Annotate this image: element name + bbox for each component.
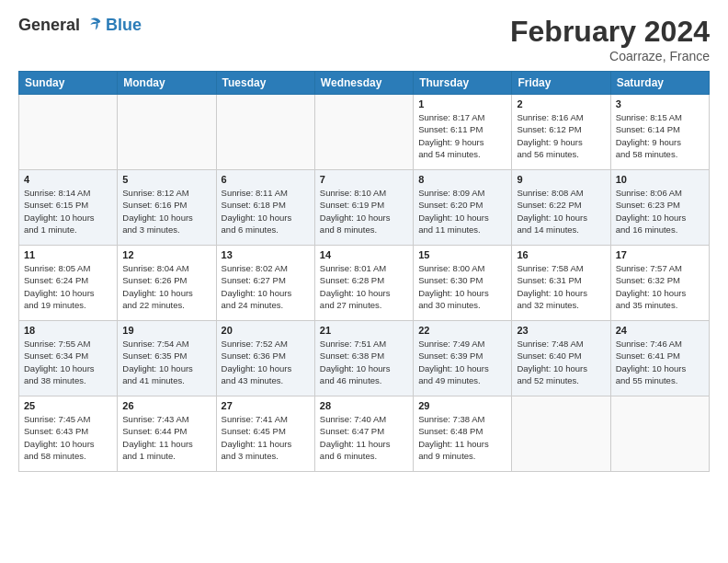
day-info: Sunrise: 8:12 AM Sunset: 6:16 PM Dayligh… [122, 187, 210, 236]
table-row [19, 95, 118, 170]
table-row [118, 95, 216, 170]
day-info: Sunrise: 7:48 AM Sunset: 6:40 PM Dayligh… [517, 338, 605, 386]
table-row: 15Sunrise: 8:00 AM Sunset: 6:30 PM Dayli… [414, 246, 512, 321]
table-row: 22Sunrise: 7:49 AM Sunset: 6:39 PM Dayli… [414, 321, 512, 396]
calendar-week-3: 11Sunrise: 8:05 AM Sunset: 6:24 PM Dayli… [19, 246, 710, 321]
table-row: 25Sunrise: 7:45 AM Sunset: 6:43 PM Dayli… [19, 396, 118, 472]
table-row: 11Sunrise: 8:05 AM Sunset: 6:24 PM Dayli… [19, 246, 118, 321]
header: General Blue February 2024 Coarraze, Fra… [18, 15, 710, 63]
calendar-title: February 2024 [510, 15, 710, 49]
day-info: Sunrise: 8:00 AM Sunset: 6:30 PM Dayligh… [418, 262, 506, 311]
day-info: Sunrise: 8:02 AM Sunset: 6:27 PM Dayligh… [222, 262, 310, 311]
day-number: 22 [418, 325, 506, 336]
table-row: 1Sunrise: 8:17 AM Sunset: 6:11 PM Daylig… [414, 95, 512, 170]
table-row: 12Sunrise: 8:04 AM Sunset: 6:26 PM Dayli… [118, 246, 216, 321]
calendar-week-1: 1Sunrise: 8:17 AM Sunset: 6:11 PM Daylig… [19, 95, 710, 170]
calendar-week-5: 25Sunrise: 7:45 AM Sunset: 6:43 PM Dayli… [19, 396, 710, 472]
day-number: 6 [222, 174, 310, 185]
col-monday: Monday [118, 72, 216, 95]
day-number: 24 [616, 325, 704, 336]
day-info: Sunrise: 8:09 AM Sunset: 6:20 PM Dayligh… [418, 187, 506, 236]
table-row: 24Sunrise: 7:46 AM Sunset: 6:41 PM Dayli… [610, 321, 709, 396]
day-number: 27 [222, 400, 310, 411]
table-row: 2Sunrise: 8:16 AM Sunset: 6:12 PM Daylig… [512, 95, 610, 170]
page: General Blue February 2024 Coarraze, Fra… [0, 0, 728, 563]
col-tuesday: Tuesday [216, 72, 314, 95]
table-row: 23Sunrise: 7:48 AM Sunset: 6:40 PM Dayli… [512, 321, 610, 396]
day-info: Sunrise: 7:51 AM Sunset: 6:38 PM Dayligh… [320, 338, 408, 386]
table-row [216, 95, 314, 170]
table-row: 5Sunrise: 8:12 AM Sunset: 6:16 PM Daylig… [118, 170, 216, 246]
day-info: Sunrise: 7:55 AM Sunset: 6:34 PM Dayligh… [24, 338, 112, 386]
table-row: 27Sunrise: 7:41 AM Sunset: 6:45 PM Dayli… [216, 396, 314, 472]
day-number: 20 [222, 325, 310, 336]
col-sunday: Sunday [19, 72, 118, 95]
logo-general-text: General [18, 16, 80, 35]
table-row: 20Sunrise: 7:52 AM Sunset: 6:36 PM Dayli… [216, 321, 314, 396]
table-row: 8Sunrise: 8:09 AM Sunset: 6:20 PM Daylig… [414, 170, 512, 246]
day-number: 15 [418, 249, 506, 260]
day-info: Sunrise: 8:15 AM Sunset: 6:14 PM Dayligh… [616, 111, 704, 160]
day-info: Sunrise: 7:40 AM Sunset: 6:47 PM Dayligh… [320, 413, 408, 462]
day-number: 23 [517, 325, 605, 336]
day-number: 5 [122, 174, 210, 185]
table-row: 21Sunrise: 7:51 AM Sunset: 6:38 PM Dayli… [314, 321, 413, 396]
col-friday: Friday [512, 72, 610, 95]
calendar-week-2: 4Sunrise: 8:14 AM Sunset: 6:15 PM Daylig… [19, 170, 710, 246]
table-row: 16Sunrise: 7:58 AM Sunset: 6:31 PM Dayli… [512, 246, 610, 321]
day-number: 1 [418, 98, 506, 109]
day-info: Sunrise: 7:43 AM Sunset: 6:44 PM Dayligh… [122, 413, 210, 462]
day-number: 25 [24, 400, 112, 411]
calendar-table: Sunday Monday Tuesday Wednesday Thursday… [18, 71, 710, 472]
day-info: Sunrise: 8:01 AM Sunset: 6:28 PM Dayligh… [320, 262, 408, 311]
day-info: Sunrise: 8:10 AM Sunset: 6:19 PM Dayligh… [320, 187, 408, 236]
day-number: 14 [320, 249, 408, 260]
col-saturday: Saturday [610, 72, 709, 95]
logo: General Blue [18, 15, 142, 35]
day-info: Sunrise: 7:49 AM Sunset: 6:39 PM Dayligh… [418, 338, 506, 386]
day-number: 8 [418, 174, 506, 185]
table-row: 4Sunrise: 8:14 AM Sunset: 6:15 PM Daylig… [19, 170, 118, 246]
calendar-header-row: Sunday Monday Tuesday Wednesday Thursday… [19, 72, 710, 95]
table-row: 19Sunrise: 7:54 AM Sunset: 6:35 PM Dayli… [118, 321, 216, 396]
logo-text: General Blue [18, 15, 142, 35]
day-info: Sunrise: 8:08 AM Sunset: 6:22 PM Dayligh… [517, 187, 605, 236]
col-thursday: Thursday [414, 72, 512, 95]
day-number: 29 [418, 400, 506, 411]
day-number: 16 [517, 249, 605, 260]
day-info: Sunrise: 7:58 AM Sunset: 6:31 PM Dayligh… [517, 262, 605, 311]
table-row [314, 95, 413, 170]
day-info: Sunrise: 8:17 AM Sunset: 6:11 PM Dayligh… [418, 111, 506, 160]
day-info: Sunrise: 7:41 AM Sunset: 6:45 PM Dayligh… [222, 413, 310, 462]
day-number: 3 [616, 98, 704, 109]
col-wednesday: Wednesday [314, 72, 413, 95]
title-block: February 2024 Coarraze, France [510, 15, 710, 63]
table-row: 28Sunrise: 7:40 AM Sunset: 6:47 PM Dayli… [314, 396, 413, 472]
day-number: 18 [24, 325, 112, 336]
table-row: 6Sunrise: 8:11 AM Sunset: 6:18 PM Daylig… [216, 170, 314, 246]
day-number: 28 [320, 400, 408, 411]
table-row: 17Sunrise: 7:57 AM Sunset: 6:32 PM Dayli… [610, 246, 709, 321]
day-number: 10 [616, 174, 704, 185]
table-row [610, 396, 709, 472]
day-info: Sunrise: 8:11 AM Sunset: 6:18 PM Dayligh… [222, 187, 310, 236]
day-number: 13 [222, 249, 310, 260]
table-row: 13Sunrise: 8:02 AM Sunset: 6:27 PM Dayli… [216, 246, 314, 321]
table-row: 18Sunrise: 7:55 AM Sunset: 6:34 PM Dayli… [19, 321, 118, 396]
day-number: 2 [517, 98, 605, 109]
day-info: Sunrise: 7:54 AM Sunset: 6:35 PM Dayligh… [122, 338, 210, 386]
day-number: 4 [24, 174, 112, 185]
day-info: Sunrise: 7:57 AM Sunset: 6:32 PM Dayligh… [616, 262, 704, 311]
day-number: 9 [517, 174, 605, 185]
table-row: 26Sunrise: 7:43 AM Sunset: 6:44 PM Dayli… [118, 396, 216, 472]
table-row: 9Sunrise: 8:08 AM Sunset: 6:22 PM Daylig… [512, 170, 610, 246]
table-row: 7Sunrise: 8:10 AM Sunset: 6:19 PM Daylig… [314, 170, 413, 246]
calendar-location: Coarraze, France [510, 49, 710, 63]
day-info: Sunrise: 7:52 AM Sunset: 6:36 PM Dayligh… [222, 338, 310, 386]
day-number: 11 [24, 249, 112, 260]
table-row: 14Sunrise: 8:01 AM Sunset: 6:28 PM Dayli… [314, 246, 413, 321]
day-info: Sunrise: 7:38 AM Sunset: 6:48 PM Dayligh… [418, 413, 506, 462]
day-number: 21 [320, 325, 408, 336]
table-row [512, 396, 610, 472]
day-number: 12 [122, 249, 210, 260]
